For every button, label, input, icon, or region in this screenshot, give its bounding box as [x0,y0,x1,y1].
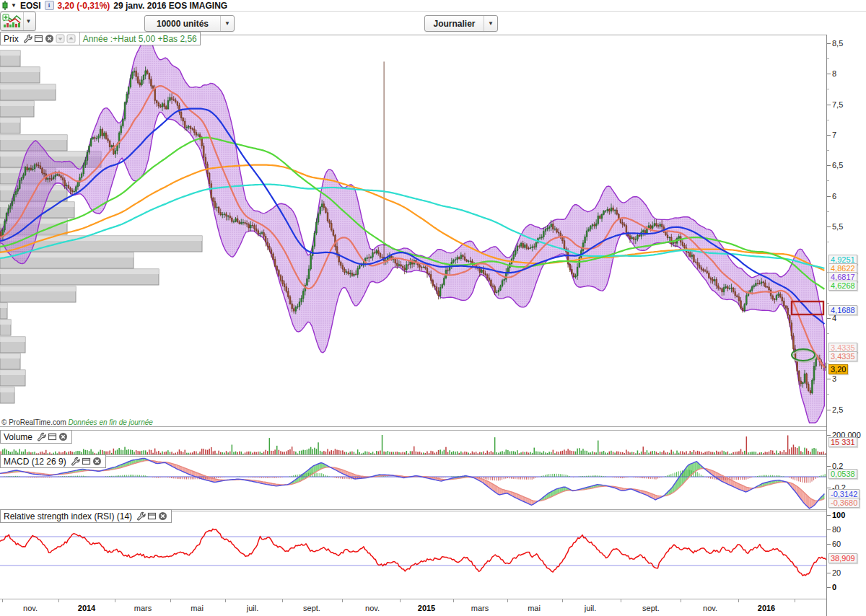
time-axis-label: nov. [365,604,380,612]
quote-change: 3,20 (-0,31%) [58,1,110,11]
rsi-axis-tick-label: 100 [832,511,845,519]
price-axis-tick-label: 3 [832,374,836,383]
close-icon[interactable] [158,511,167,521]
price-axis-minor-tick [827,333,829,334]
price-axis-tick-label: 8 [832,69,836,78]
price-pane-title: Prix [4,34,19,44]
time-axis-tick [621,599,621,602]
price-axis-tick [827,74,831,74]
time-axis-label: nov. [23,604,38,612]
volume-axis-tick [827,435,831,436]
time-axis-tick [738,599,739,602]
pane-separator [0,454,866,455]
window-icon[interactable] [147,511,157,521]
macd-value-label: -0,3680 [828,498,860,508]
window-icon[interactable] [48,432,57,441]
time-axis-tick [400,599,401,602]
rsi-current-label: 38,909 [828,553,857,563]
indicator-value-label: 4,1688 [828,305,857,315]
time-axis-label: juil. [247,604,259,612]
time-axis-label: mai [191,604,204,612]
price-axis-tick-label: 2,5 [832,405,843,414]
rsi-axis-tick [827,573,831,573]
price-axis-tick [827,318,831,319]
price-axis-tick-label: 5,5 [832,222,843,231]
info-icon[interactable]: i [45,1,54,10]
time-axis-label: 2014 [78,604,95,612]
time-axis-tick [170,599,171,602]
price-axis-minor-tick [827,150,829,151]
price-axis-tick-label: 6,5 [832,161,843,170]
toolbar: 10000 unités ▼ Journalier ▼ ▼ [0,12,866,34]
rsi-axis-tick-label: 0 [832,583,836,591]
price-axis-minor-tick [827,120,829,120]
period-select[interactable]: Journalier ▼ [424,15,498,32]
quote-bar: ▼ EOSI i 3,20 (-0,31%) 29 janv. 2016 EOS… [0,0,866,12]
wrench-icon[interactable] [23,34,32,43]
price-axis-minor-tick [827,242,829,242]
price-axis-tick [827,135,831,136]
time-axis-label: 2015 [418,604,435,612]
price-axis-tick [827,105,831,105]
price-axis-tick [827,379,831,379]
rsi-chart[interactable] [0,511,826,599]
price-axis-minor-tick [827,180,829,181]
time-axis-label: mai [528,604,541,612]
rsi-axis-tick [827,515,831,516]
price-axis-minor-tick [827,394,829,395]
candle-icon [1,1,9,10]
macd-chart[interactable] [0,457,826,509]
window-icon[interactable] [82,457,91,466]
rsi-axis-tick-label: 20 [832,568,841,577]
close-icon[interactable] [45,34,54,43]
time-axis-label: mars [471,604,489,612]
macd-pane-header: MACD (12 26 9) [0,454,106,468]
time-axis-tick [681,599,681,602]
pane-separator [0,426,866,427]
time-axis-tick [58,599,59,602]
price-axis-minor-tick [827,303,829,304]
year-high-low-annotation: Année :+Haut 5,00 +Bas 2,56 [83,34,197,44]
time-axis-label: juil. [585,604,597,612]
last-price-label: 3,20 [828,364,848,374]
time-axis-tick [342,599,343,602]
price-pane-header: Prix Année :+Haut 5,00 +Bas 2,56 [0,32,201,45]
price-axis-column: 8,587,576,565,5432,54,92514,86224,68174,… [826,35,866,616]
rsi-axis-tick [827,529,831,530]
volume-chart[interactable] [0,431,826,454]
price-axis-tick-label: 7 [832,131,836,139]
macd-axis-tick [827,488,831,488]
price-axis-minor-tick [827,58,829,59]
chevron-down-icon: ▼ [484,16,497,31]
price-chart[interactable] [0,35,826,426]
price-axis-tick-label: 8,5 [832,39,843,48]
indicator-value-label: 3,4335 [828,351,857,361]
time-axis-label: 2016 [758,604,775,612]
wrench-icon[interactable] [37,432,46,441]
time-axis-tick [225,599,226,602]
copyright-note: © ProRealTime.com Données en fin de jour… [1,418,153,426]
price-axis-tick-label: 6 [832,192,836,201]
symbol-label: EOSI [20,1,41,11]
macd-value-label: 0,0538 [828,469,857,479]
macd-axis-tick [827,466,831,467]
indicator-settings-button[interactable]: ▼ [0,12,36,31]
wrench-icon[interactable] [71,457,80,466]
wrench-icon[interactable] [136,511,146,521]
time-axis-tick [562,599,563,602]
move-pane-down-icon[interactable] [56,34,65,43]
move-pane-up-icon[interactable] [66,34,76,43]
close-icon[interactable] [58,432,68,441]
volume-pane-header: Volume [0,430,72,444]
symbol-dropdown-caret[interactable]: ▼ [11,2,17,9]
rsi-axis-tick-label: 60 [832,540,841,548]
time-axis-label: sept. [303,604,320,612]
price-axis-tick [827,226,831,227]
time-axis-tick [282,599,283,602]
macd-pane-title: MACD (12 26 9) [4,457,66,467]
price-axis-tick [827,196,831,197]
units-select[interactable]: 10000 unités ▼ [144,15,235,32]
window-icon[interactable] [34,34,43,43]
close-icon[interactable] [92,457,102,466]
time-axis-tick [115,599,115,602]
